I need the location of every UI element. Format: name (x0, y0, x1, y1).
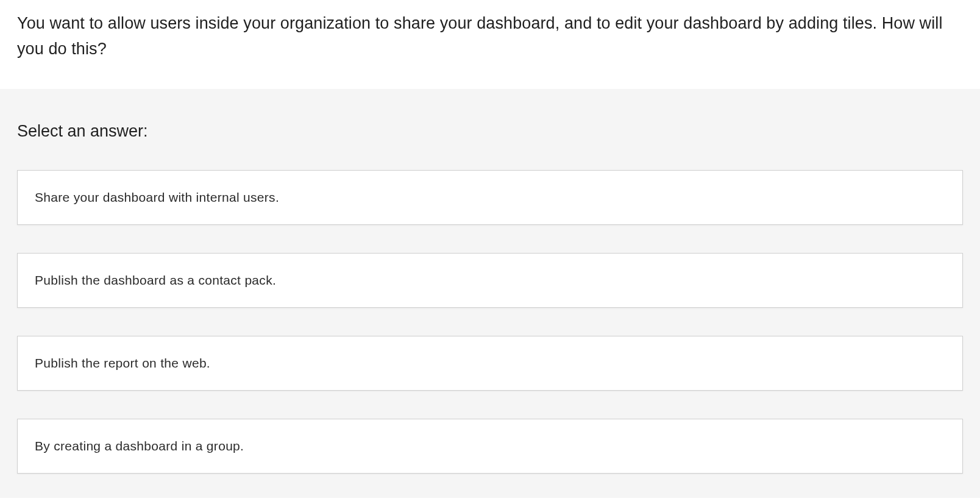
answer-option-label: By creating a dashboard in a group. (35, 439, 244, 453)
answer-option-0[interactable]: Share your dashboard with internal users… (17, 170, 963, 225)
question-text: You want to allow users inside your orga… (17, 11, 963, 62)
answer-option-1[interactable]: Publish the dashboard as a contact pack. (17, 253, 963, 308)
answer-option-label: Publish the report on the web. (35, 356, 210, 370)
answer-option-2[interactable]: Publish the report on the web. (17, 336, 963, 391)
answer-section: Select an answer: Share your dashboard w… (0, 89, 980, 498)
answer-prompt: Select an answer: (17, 122, 963, 141)
answer-option-3[interactable]: By creating a dashboard in a group. (17, 419, 963, 474)
answer-option-label: Publish the dashboard as a contact pack. (35, 273, 276, 287)
answer-option-label: Share your dashboard with internal users… (35, 190, 279, 204)
answer-options: Share your dashboard with internal users… (17, 170, 963, 474)
question-section: You want to allow users inside your orga… (0, 0, 980, 89)
